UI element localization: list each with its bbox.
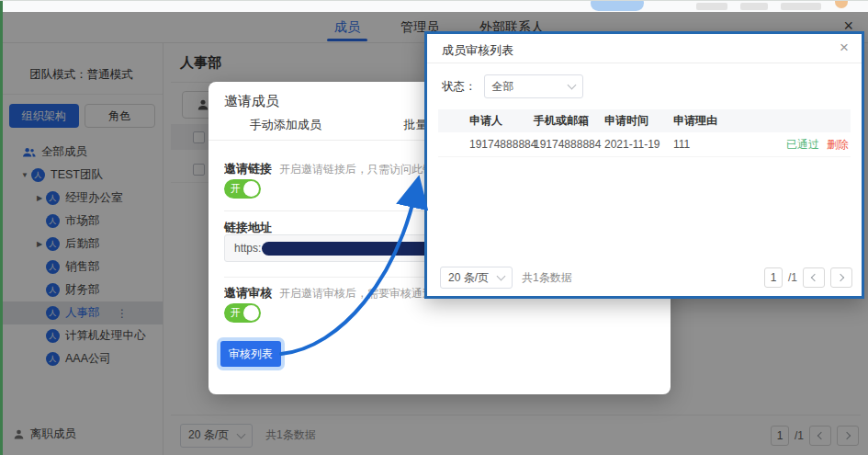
status-filter-label: 状态： [442,79,477,95]
chevron-down-icon [567,81,576,90]
redacted-link-segment [262,242,432,256]
audit-table-row: 19174888884 19174888884 2021-11-19 111 已… [438,132,851,157]
avatar[interactable] [835,0,848,8]
col-apply-time: 申请时间 [604,113,673,129]
prev-page-button[interactable] [803,267,825,288]
page-size-select[interactable]: 20 条/页 [440,267,513,289]
tab-manual-add[interactable]: 手动添加成员 [209,117,363,140]
top-pill-button[interactable] [591,0,644,11]
audit-list-button[interactable]: 审核列表 [220,341,281,367]
screen-capture-border [0,1,3,455]
cell-apply-time: 2021-11-19 [604,138,673,151]
app-window: 成员 管理员 外部联系人 × 团队模式：普通模式 组织架构 角色 全部成员 ▼ … [0,0,868,455]
cell-apply-reason: 111 [673,138,786,151]
member-audit-dialog: 成员审核列表 × 状态： 全部 申请人 手机或邮箱 申请时间 申请理由 1917… [424,31,864,299]
invite-audit-toggle[interactable]: 开 [224,303,261,323]
cell-applicant: 19174888884 [438,138,534,151]
modal-title: 邀请成员 [224,93,279,110]
total-count-label: 共1条数据 [522,270,572,286]
status-filter-value: 全部 [492,79,514,95]
chevron-right-icon [837,274,844,281]
toggle-on-label: 开 [231,183,241,195]
col-apply-reason: 申请理由 [673,113,851,129]
page-size-value: 20 条/页 [448,270,489,286]
top-ghost-control [740,3,768,10]
invite-link-toggle[interactable]: 开 [224,179,261,199]
dialog-title: 成员审核列表 [442,42,513,59]
top-chrome-strip [0,1,868,12]
approved-status-link[interactable]: 已通过 [786,137,819,153]
invite-audit-title: 邀请审核 [224,285,272,301]
audit-table-header: 申请人 手机或邮箱 申请时间 申请理由 [438,109,851,132]
top-ghost-control [781,3,821,10]
close-icon[interactable]: × [840,40,849,55]
toggle-on-label: 开 [231,307,241,319]
cell-contact: 19174888884 [534,138,604,151]
audit-table: 申请人 手机或邮箱 申请时间 申请理由 19174888884 19174888… [438,109,851,157]
dialog-pagination-bar: 20 条/页 共1条数据 1 /1 [440,267,852,289]
delete-link[interactable]: 删除 [827,137,849,153]
col-applicant: 申请人 [438,113,534,129]
next-page-button[interactable] [830,267,852,288]
chevron-down-icon [497,272,506,281]
dialog-header: 成员审核列表 × [427,34,862,63]
current-page-input[interactable]: 1 [764,267,783,288]
status-filter-select[interactable]: 全部 [484,74,583,98]
toggle-knob [243,181,259,197]
chevron-left-icon [811,274,818,281]
invite-link-title: 邀请链接 [224,161,272,177]
top-ghost-control [696,3,727,10]
total-pages-label: /1 [788,271,797,284]
toggle-knob [243,305,259,321]
col-contact: 手机或邮箱 [534,113,604,129]
link-prefix: https: [234,242,261,255]
